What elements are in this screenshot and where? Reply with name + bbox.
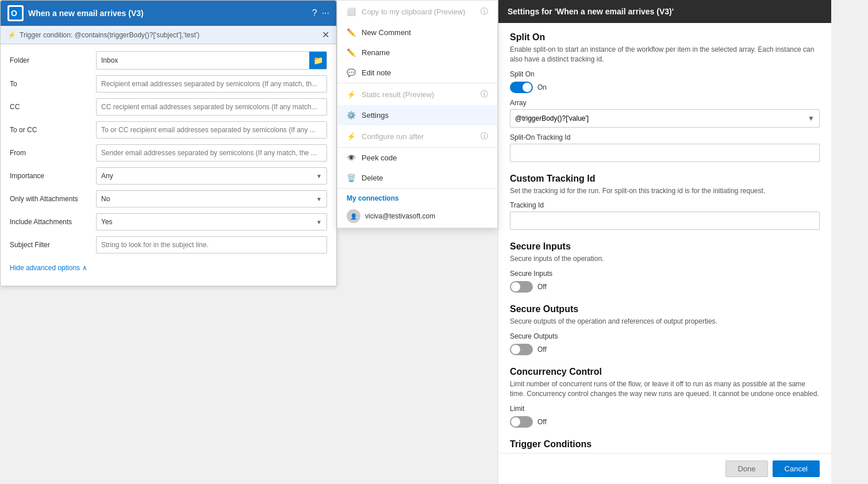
- menu-item-edit-note[interactable]: 💬 Edit note: [337, 63, 497, 83]
- condition-left: ⚡ Trigger condition: @contains(triggerBo…: [7, 31, 199, 39]
- trigger-condition-bar: ⚡ Trigger condition: @contains(triggerBo…: [1, 26, 336, 44]
- rename-icon: ✏️: [347, 48, 356, 57]
- menu-comment-label: New Comment: [362, 28, 411, 37]
- split-on-toggle-row: On: [510, 82, 820, 93]
- split-on-title: Split On: [510, 32, 820, 43]
- folder-input[interactable]: [97, 52, 309, 69]
- attachments-only-select[interactable]: No ▼: [96, 190, 327, 208]
- menu-item-delete[interactable]: 🗑️ Delete: [337, 168, 497, 188]
- settings-body: Split On Enable split-on to start an ins…: [498, 23, 831, 453]
- tracking-id-input[interactable]: [510, 212, 820, 230]
- outlook-icon-box: O: [7, 5, 24, 21]
- secure-inputs-section: Secure Inputs Secure inputs of the opera…: [510, 241, 820, 293]
- connection-email: viciva@testivasoft.com: [365, 212, 435, 220]
- static-result-icon: ⚡: [347, 90, 356, 99]
- importance-value: Any: [101, 172, 113, 180]
- concurrency-toggle[interactable]: [510, 416, 533, 428]
- cancel-button[interactable]: Cancel: [773, 460, 820, 477]
- settings-icon: ⚙️: [347, 111, 356, 120]
- folder-browse-icon: 📁: [313, 56, 323, 65]
- concurrency-title: Concurrency Control: [510, 367, 820, 377]
- more-icon[interactable]: ···: [322, 8, 329, 18]
- array-chevron-icon: ▼: [808, 114, 815, 122]
- concurrency-toggle-label: Off: [537, 418, 547, 426]
- custom-tracking-section: Custom Tracking Id Set the tracking id f…: [510, 174, 820, 231]
- split-on-tracking-input[interactable]: [510, 144, 820, 162]
- secure-outputs-title: Secure Outputs: [510, 304, 820, 314]
- to-label: To: [10, 80, 90, 88]
- cc-label: CC: [10, 103, 90, 111]
- menu-rename-label: Rename: [362, 48, 390, 57]
- secure-outputs-field-label: Secure Outputs: [510, 332, 820, 340]
- concurrency-field-label: Limit: [510, 405, 820, 413]
- trigger-card-header: O When a new email arrives (V3) ? ···: [1, 1, 336, 26]
- secure-inputs-field-label: Secure Inputs: [510, 270, 820, 278]
- menu-item-settings[interactable]: ⚙️ Settings: [337, 105, 497, 125]
- subject-filter-input[interactable]: [96, 236, 327, 253]
- hide-advanced-options[interactable]: Hide advanced options ∧: [10, 259, 327, 279]
- to-or-cc-input[interactable]: [96, 121, 327, 139]
- trigger-condition-text: Trigger condition: @contains(triggerBody…: [20, 31, 199, 39]
- attachments-only-label: Only with Attachments: [10, 195, 90, 203]
- folder-browse-button[interactable]: 📁: [309, 52, 327, 69]
- menu-copy-label: Copy to my clipboard (Preview): [362, 7, 466, 16]
- attachments-only-chevron-icon: ▼: [316, 196, 322, 202]
- tracking-id-label: Tracking Id: [510, 201, 820, 209]
- menu-item-copy-clipboard[interactable]: ⬜ Copy to my clipboard (Preview) ⓘ: [337, 1, 497, 22]
- secure-outputs-section: Secure Outputs Secure outputs of the ope…: [510, 304, 820, 355]
- cc-row: CC: [10, 98, 327, 116]
- split-on-field-label: Split On: [510, 70, 820, 78]
- menu-item-static-result[interactable]: ⚡ Static result (Preview) ⓘ: [337, 83, 497, 105]
- folder-input-wrap[interactable]: 📁: [96, 51, 327, 70]
- importance-label: Importance: [10, 172, 90, 180]
- from-input[interactable]: [96, 144, 327, 162]
- array-select[interactable]: @triggerBody()?['value'] ▼: [510, 109, 820, 128]
- array-row: Array @triggerBody()?['value'] ▼: [510, 99, 820, 128]
- secure-inputs-toggle[interactable]: [510, 281, 533, 293]
- from-label: From: [10, 149, 90, 157]
- settings-footer: Done Cancel: [498, 453, 831, 484]
- condition-icon: ⚡: [7, 31, 16, 39]
- concurrency-toggle-knob: [511, 417, 520, 427]
- menu-run-after-label: Configure run after: [362, 132, 424, 141]
- folder-row: Folder 📁: [10, 51, 327, 70]
- svg-text:O: O: [11, 9, 17, 18]
- custom-tracking-title: Custom Tracking Id: [510, 174, 820, 184]
- trigger-conditions-title: Trigger Conditions: [510, 439, 820, 450]
- menu-note-label: Edit note: [362, 68, 391, 77]
- importance-chevron-icon: ▼: [316, 173, 322, 179]
- run-after-icon: ⚡: [347, 132, 356, 141]
- secure-outputs-toggle-label: Off: [537, 345, 547, 354]
- importance-select[interactable]: Any ▼: [96, 167, 327, 185]
- menu-item-rename[interactable]: ✏️ Rename: [337, 43, 497, 63]
- connection-item: 👤 viciva@testivasoft.com: [337, 205, 497, 228]
- include-attachments-select[interactable]: Yes ▼: [96, 213, 327, 231]
- include-attachments-value: Yes: [101, 218, 113, 226]
- my-connections-label[interactable]: My connections: [337, 189, 497, 205]
- hide-advanced-chevron-icon: ∧: [82, 264, 87, 272]
- done-button[interactable]: Done: [725, 460, 767, 477]
- avatar-icon: 👤: [350, 213, 357, 220]
- split-on-tracking-row: Split-On Tracking Id: [510, 133, 820, 162]
- menu-item-peek-code[interactable]: 👁️ Peek code: [337, 148, 497, 168]
- help-icon[interactable]: ?: [312, 8, 317, 18]
- custom-tracking-desc: Set the tracking id for the run. For spl…: [510, 186, 820, 196]
- settings-panel: Settings for 'When a new email arrives (…: [498, 0, 831, 484]
- close-condition-icon[interactable]: ✕: [322, 29, 329, 40]
- hide-advanced-label: Hide advanced options: [10, 264, 80, 272]
- secure-outputs-toggle-row: Off: [510, 344, 820, 355]
- array-label: Array: [510, 99, 820, 107]
- split-on-toggle[interactable]: [510, 82, 533, 93]
- menu-item-configure-run-after[interactable]: ⚡ Configure run after ⓘ: [337, 125, 497, 147]
- menu-delete-label: Delete: [362, 174, 383, 182]
- trigger-card: O When a new email arrives (V3) ? ··· ⚡ …: [0, 0, 337, 286]
- copy-info-icon: ⓘ: [481, 6, 488, 17]
- note-icon: 💬: [347, 68, 356, 77]
- comment-icon: ✏️: [347, 28, 356, 37]
- from-row: From: [10, 144, 327, 162]
- cc-input[interactable]: [96, 98, 327, 116]
- trigger-form: Folder 📁 To CC To or CC From: [1, 44, 336, 286]
- to-input[interactable]: [96, 75, 327, 93]
- secure-outputs-toggle[interactable]: [510, 344, 533, 355]
- menu-item-new-comment[interactable]: ✏️ New Comment: [337, 22, 497, 43]
